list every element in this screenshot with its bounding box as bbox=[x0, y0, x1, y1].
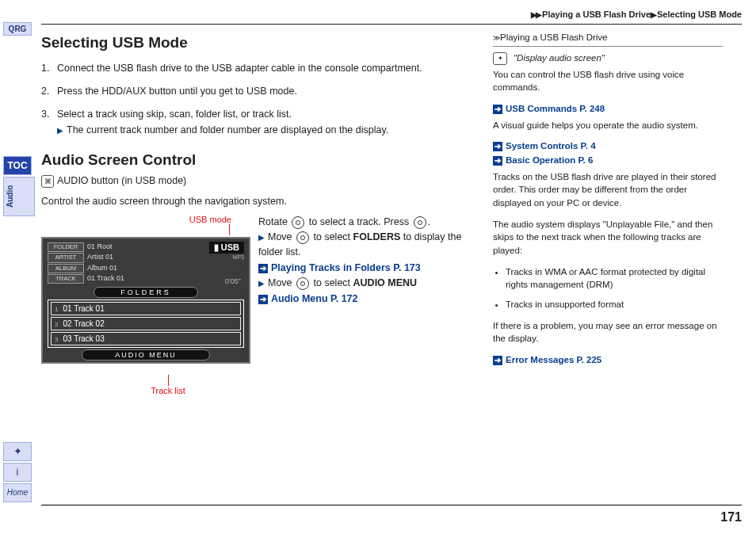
body-description: Control the audio screen through the nav… bbox=[41, 196, 469, 207]
rotary-dial-icon bbox=[292, 216, 304, 229]
instruction-column: Rotate to select a track. Press . ▶Move … bbox=[258, 215, 469, 395]
track-value: 01 Track 01 bbox=[87, 274, 124, 282]
screen-figure: USB mode FOLDER01 Root ARTISTArtist 01 A… bbox=[41, 215, 247, 395]
track-label-box: TRACK bbox=[48, 274, 84, 284]
audio-menu-pill: AUDIO MENU bbox=[82, 349, 210, 360]
main-column: Selecting USB Mode Connect the USB flash… bbox=[41, 31, 469, 395]
tab-qrg[interactable]: QRG bbox=[3, 22, 32, 36]
breadcrumb: ▶▶Playing a USB Flash Drive▶Selecting US… bbox=[41, 8, 742, 24]
sidebar-p5: If there is a problem, you may see an er… bbox=[493, 319, 723, 345]
sidebar-heading: ≫Playing a USB Flash Drive bbox=[493, 31, 723, 44]
usb-indicator: ▮ USB MP3 bbox=[209, 242, 244, 260]
sidebar-p2: A visual guide helps you operate the aud… bbox=[493, 119, 723, 132]
sidebar-rule bbox=[493, 46, 723, 47]
sidebar-glyph: ≫ bbox=[493, 34, 498, 42]
sidebar-bullet-2: Tracks in unsupported format bbox=[506, 298, 723, 311]
instr-rotate: Rotate to select a track. Press . bbox=[258, 215, 469, 230]
sidebar-p4: The audio system displays "Unplayable Fi… bbox=[493, 218, 723, 257]
album-label: ALBUM bbox=[48, 264, 84, 273]
voice-icon[interactable]: ✦ bbox=[3, 442, 32, 461]
link-system-controls[interactable]: ➔System Controls P. 4 bbox=[493, 139, 723, 153]
breadcrumb-glyph: ▶▶ bbox=[531, 10, 540, 19]
move-dial-icon bbox=[296, 231, 309, 244]
link-arrow-icon: ➔ bbox=[493, 142, 502, 151]
link-usb-commands[interactable]: ➔USB Commands P. 248 bbox=[493, 102, 723, 116]
instr-move-folders: ▶Move to select FOLDERS to display the f… bbox=[258, 230, 469, 260]
voice-command-icon: ✦ bbox=[493, 52, 507, 65]
link-arrow-icon: ➔ bbox=[493, 356, 502, 365]
folder-value: 01 Root bbox=[87, 242, 113, 250]
annotation-track-list: Track list bbox=[41, 375, 247, 395]
instr-move-audiomenu: ▶Move to select AUDIO MENU bbox=[258, 276, 469, 291]
link-arrow-icon: ➔ bbox=[493, 156, 502, 166]
triangle-icon: ▶ bbox=[258, 279, 265, 288]
track-row-2: 202 Track 02 bbox=[51, 317, 241, 330]
step-1: Connect the USB flash drive to the USB a… bbox=[52, 61, 469, 76]
home-icon[interactable]: Home bbox=[3, 483, 32, 502]
steps-list: Connect the USB flash drive to the USB a… bbox=[41, 61, 469, 121]
breadcrumb-l2[interactable]: Selecting USB Mode bbox=[657, 10, 742, 19]
triangle-icon: ▶ bbox=[258, 233, 265, 242]
sidebar-bullets: Tracks in WMA or AAC format protected by… bbox=[506, 265, 723, 311]
annotation-usb-mode: USB mode bbox=[41, 215, 247, 235]
caption-line: ⌘AUDIO button (in USB mode) bbox=[41, 175, 469, 188]
sidebar-p3: Tracks on the USB flash drive are played… bbox=[493, 170, 723, 210]
nav-screen-mockup: FOLDER01 Root ARTISTArtist 01 ALBUMAlbum… bbox=[41, 237, 250, 364]
sidebar-column: ≫Playing a USB Flash Drive ✦"Display aud… bbox=[493, 31, 723, 395]
track-list: 101 Track 01 202 Track 02 303 Track 03 bbox=[48, 299, 244, 348]
link-playing-tracks[interactable]: ➔Playing Tracks in Folders P. 173 bbox=[258, 261, 469, 276]
link-arrow-icon: ➔ bbox=[258, 295, 268, 304]
step-2: Press the HDD/AUX button until you get t… bbox=[52, 84, 469, 99]
link-arrow-icon: ➔ bbox=[493, 105, 502, 114]
sidebar-bullet-1: Tracks in WMA or AAC format protected by… bbox=[506, 265, 723, 292]
triangle-icon: ▶ bbox=[57, 126, 63, 135]
album-value: Album 01 bbox=[87, 264, 117, 272]
artist-value: Artist 01 bbox=[87, 253, 113, 261]
link-audio-menu[interactable]: ➔Audio Menu P. 172 bbox=[258, 292, 469, 307]
tab-section-audio[interactable]: Audio bbox=[3, 177, 35, 216]
track-row-1: 101 Track 01 bbox=[51, 302, 241, 315]
tab-toc[interactable]: TOC bbox=[3, 156, 32, 175]
heading-selecting-usb-mode: Selecting USB Mode bbox=[41, 34, 469, 51]
heading-audio-screen-control: Audio Screen Control bbox=[41, 151, 469, 169]
link-arrow-icon: ➔ bbox=[258, 264, 268, 273]
link-error-messages[interactable]: ➔Error Messages P. 225 bbox=[493, 353, 723, 367]
track-row-3: 303 Track 03 bbox=[51, 332, 241, 345]
move-dial-icon bbox=[296, 277, 309, 290]
artist-label: ARTIST bbox=[48, 253, 84, 262]
footer-rule bbox=[41, 505, 742, 505]
step-3: Select a track using skip, scan, folder … bbox=[52, 107, 469, 122]
page-number: 171 bbox=[720, 510, 742, 524]
sidebar-voice-line: ✦"Display audio screen" bbox=[493, 51, 723, 65]
sidebar-p1: You can control the USB flash drive usin… bbox=[493, 68, 723, 94]
breadcrumb-l1[interactable]: Playing a USB Flash Drive bbox=[542, 10, 651, 19]
step-subnote: ▶The current track number and folder num… bbox=[57, 124, 469, 135]
info-icon[interactable]: i bbox=[3, 463, 32, 482]
top-rule bbox=[41, 24, 742, 25]
press-dial-icon bbox=[414, 216, 426, 229]
folder-label: FOLDER bbox=[48, 242, 84, 252]
link-basic-operation[interactable]: ➔Basic Operation P. 6 bbox=[493, 154, 723, 167]
folders-pill: FOLDERS bbox=[94, 287, 198, 298]
button-press-icon: ⌘ bbox=[41, 175, 54, 188]
